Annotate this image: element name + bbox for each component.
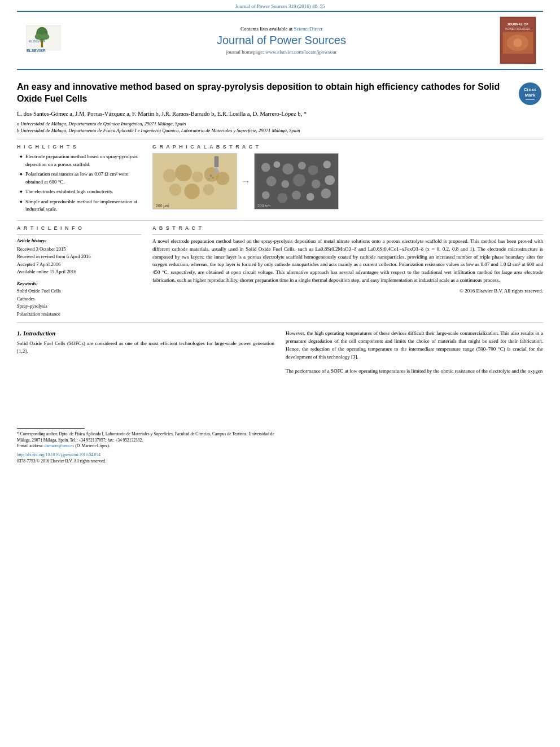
ga-left-image: 200 µm [152,153,237,209]
svg-point-29 [210,174,212,177]
svg-point-21 [192,171,203,182]
svg-text:Mark: Mark [525,93,536,98]
footnote-email: E-mail address: damarre@uma.es (D. Marre… [17,443,274,449]
abstract-panel: A B S T R A C T A novel electrode prepar… [152,225,543,318]
highlights-graphical-section: H I G H L I G H T S Electrode preparatio… [17,144,543,216]
intro-paragraph-2: The performance of a SOFC at low operati… [286,368,543,375]
footnote-corresponding: * Corresponding author. Dpto. de Física … [17,431,274,443]
journal-title: Journal of Power Sources [63,34,500,47]
body-left-column: 1. Introduction Solid Oxide Fuel Cells (… [17,330,274,463]
svg-point-13 [513,38,522,47]
svg-point-41 [281,180,289,188]
abstract-label: A B S T R A C T [152,225,543,231]
header-center: Contents lists available at ScienceDirec… [63,26,500,55]
elsevier-logo: ELSEVIER ELSEVIER [24,23,63,58]
svg-point-23 [169,184,182,196]
graphical-abstract-images: 200 µm → [152,153,543,209]
divider-1 [17,139,543,139]
abstract-text: A novel electrode preparation method bas… [152,238,543,285]
svg-point-45 [262,191,270,199]
received-revised: Received in revised form 6 April 2016 [17,253,141,261]
highlight-item-1: Electrode preparation method based on sp… [20,153,141,168]
keywords-list: Solid Oxide Fuel Cells Cathodes Spray-py… [17,287,141,318]
svg-point-42 [293,174,305,186]
journal-cover-image: JOURNAL OF POWER SOURCES [500,16,536,64]
article-title-section: Cross Mark An easy and innovative method… [17,81,543,105]
journal-info-bar: Journal of Power Sources 319 (2016) 48–5… [0,0,560,11]
homepage-url[interactable]: www.elsevier.com/locate/jpowsour [265,49,336,55]
svg-point-40 [266,176,277,186]
highlight-item-2: Polarization resistances as low as 0.07 … [20,171,141,186]
svg-point-44 [325,175,335,185]
main-content: Cross Mark An easy and innovative method… [17,70,543,469]
footnote-email-address: damarre@uma.es [45,443,75,448]
highlight-item-4: Simple and reproducible method for imple… [20,198,141,213]
svg-point-5 [42,33,50,39]
abstract-divider [152,234,543,235]
svg-point-38 [308,165,318,176]
graphical-abstract-label: G R A P H I C A L A B S T R A C T [152,144,543,150]
svg-point-36 [282,164,294,175]
svg-text:200 nm: 200 nm [257,204,270,208]
graphical-abstract-panel: G R A P H I C A L A B S T R A C T [152,144,543,216]
highlights-list: Electrode preparation method based on sp… [17,153,141,213]
ga-arrow: → [240,176,251,187]
svg-rect-27 [215,156,219,168]
svg-point-35 [274,161,281,168]
divider-3 [17,322,543,323]
info-divider [17,234,141,235]
abstract-copyright: © 2016 Elsevier B.V. All rights reserved… [152,288,543,294]
svg-point-34 [261,163,270,172]
svg-point-47 [292,191,301,200]
svg-text:POWER SOURCES: POWER SOURCES [505,28,530,30]
ga-right-image: 200 nm [254,153,339,209]
affiliation-a: a Universidad de Málaga, Departamento de… [17,121,543,128]
article-title: An easy and innovative method based on s… [17,81,543,105]
intro-paragraph-1: Solid Oxide Fuel Cells (SOFCs) are consi… [17,340,274,356]
article-info-label: A R T I C L E I N F O [17,225,141,231]
affiliation-b: b Universidad de Málaga, Departamento de… [17,128,543,134]
svg-text:Cross: Cross [524,87,537,92]
contents-available: Contents lists available at ScienceDirec… [63,26,500,32]
article-history-label: Article history: [17,238,141,243]
science-direct-link[interactable]: ScienceDirect [294,26,322,32]
svg-point-49 [321,189,331,199]
svg-point-37 [298,162,306,170]
svg-point-24 [184,184,200,199]
svg-point-19 [163,169,177,182]
svg-text:200 µm: 200 µm [156,204,169,208]
doi-link[interactable]: http://dx.doi.org/10.1016/j.jpowsour.201… [17,452,274,457]
article-info-abstract-section: A R T I C L E I N F O Article history: R… [17,225,543,318]
highlights-panel: H I G H L I G H T S Electrode preparatio… [17,144,141,216]
intro-paragraph-continued: However, the high operating temperatures… [286,330,543,361]
journal-homepage: journal homepage: www.elsevier.com/locat… [63,49,500,55]
authors-line: L. dos Santos-Gómez a, J.M. Porras-Vázqu… [17,110,543,119]
svg-text:JOURNAL OF: JOURNAL OF [507,23,528,26]
svg-point-46 [277,193,287,203]
keyword-3: Spray-pyrolysis [17,303,141,311]
svg-point-48 [307,193,314,201]
keywords-label: Keywords: [17,281,141,286]
received-date: Received 3 October 2015 [17,246,141,254]
highlight-item-3: The electrodes exhibited high conductivi… [20,188,141,196]
footnote-divider [17,428,85,429]
available-online: Available online 15 April 2016 [17,268,141,276]
footnote-area: * Corresponding author. Dpto. de Física … [17,356,274,464]
svg-point-30 [212,177,214,179]
article-info-panel: A R T I C L E I N F O Article history: R… [17,225,141,318]
journal-header: ELSEVIER ELSEVIER Contents lists availab… [17,11,543,70]
divider-2 [17,220,543,221]
svg-point-26 [216,172,229,185]
svg-point-43 [312,180,321,189]
svg-point-25 [203,184,215,195]
issn-text: 0378-7753/© 2016 Elsevier B.V. All right… [17,458,274,464]
journal-citation: Journal of Power Sources 319 (2016) 48–5… [235,3,325,9]
highlights-label: H I G H L I G H T S [17,144,141,150]
svg-point-4 [35,33,43,39]
svg-point-31 [208,178,209,180]
svg-point-39 [323,161,331,169]
svg-text:ELSEVIER: ELSEVIER [27,49,46,53]
section-heading: 1. Introduction [17,330,274,337]
crossmark-badge: Cross Mark [518,81,543,108]
accepted-date: Accepted 7 April 2016 [17,261,141,269]
